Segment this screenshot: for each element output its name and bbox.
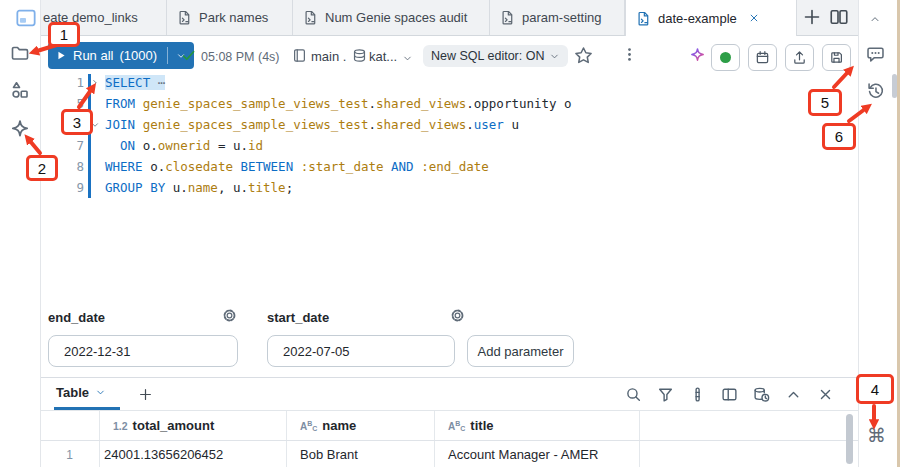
split-view-button[interactable]	[829, 7, 849, 27]
comments-icon[interactable]	[866, 45, 885, 64]
version-history-icon[interactable]	[866, 81, 885, 100]
start_date-input[interactable]	[267, 335, 455, 367]
connection-status-button[interactable]	[711, 44, 740, 71]
table-view-chevron-icon	[95, 387, 106, 398]
code-text: JOIN genie_spaces_sample_views_test.shar…	[105, 114, 519, 135]
results-header: Table	[40, 377, 858, 411]
code-text: GROUP BY u.name, u.title;	[105, 177, 293, 198]
annotation-box-3: 3	[61, 109, 93, 135]
schedule-button[interactable]	[748, 44, 777, 71]
new-sql-editor-toggle[interactable]: New SQL editor: ON	[423, 45, 568, 67]
param-start_date-settings-gear-icon[interactable]	[450, 308, 465, 323]
code-text: FROM genie_spaces_sample_views_test.shar…	[105, 93, 572, 114]
cell-total_amount: 24001.13656206452	[100, 441, 287, 467]
favorite-star-icon[interactable]	[574, 46, 593, 65]
param-end_date-settings-gear-icon[interactable]	[222, 308, 237, 323]
chevron-down-icon	[90, 78, 100, 88]
run-row-limit: (1000)	[119, 48, 157, 63]
code-line-1[interactable]: 1SELECT ⋯	[40, 72, 858, 93]
tab-label: date-example	[658, 11, 737, 26]
code-editor[interactable]: 1SELECT ⋯5FROM genie_spaces_sample_views…	[40, 72, 858, 300]
tab-date-example[interactable]: date-example	[625, 0, 797, 36]
results-toolbar	[625, 386, 834, 403]
panel-icon[interactable]	[721, 386, 738, 403]
close-x-icon[interactable]	[817, 386, 834, 403]
results-table: 1.2total_amountABCnameABCtitle124001.136…	[40, 411, 858, 467]
assistant-sparkle-icon	[689, 47, 706, 64]
keyboard-shortcuts-icon[interactable]: ⌘	[867, 426, 886, 445]
calendar-icon	[755, 50, 770, 65]
tab-param-setting[interactable]: param-setting	[490, 0, 625, 35]
column-name: total_amount	[133, 418, 215, 433]
code-line-9[interactable]: 9GROUP BY u.name, u.title;	[40, 177, 858, 198]
annotation-box-2: 2	[26, 155, 58, 181]
cell-title: Account Manager - AMER	[435, 441, 640, 467]
upload-icon	[792, 50, 807, 65]
assistant-icon[interactable]	[9, 119, 31, 141]
code-line-6[interactable]: 6JOIN genie_spaces_sample_views_test.sha…	[40, 114, 858, 135]
annotation-box-4: 4	[856, 374, 894, 404]
code-text: SELECT ⋯	[105, 72, 165, 93]
new-tab-button[interactable]	[802, 7, 822, 27]
table-scrollbar[interactable]	[846, 414, 853, 464]
save-button[interactable]	[822, 44, 851, 71]
last-run-time: 05:08 PM (4s)	[201, 50, 280, 64]
sql-editor-app: eate demo_linksPark namesNum Genie space…	[0, 0, 900, 467]
column-header-title[interactable]: ABCtitle	[435, 411, 640, 440]
tab-label: param-setting	[522, 10, 601, 25]
code-line-5[interactable]: 5FROM genie_spaces_sample_views_test.sha…	[40, 93, 858, 114]
annotation-box-5: 5	[808, 89, 842, 116]
tab-close-icon[interactable]	[748, 12, 760, 24]
save-icon	[829, 50, 844, 65]
line-number: 1	[40, 72, 84, 93]
catalog-name[interactable]: main .	[311, 49, 346, 64]
tab-num-genie-spaces-audit[interactable]: Num Genie spaces audit	[293, 0, 490, 35]
run-all-label: Run all	[73, 48, 113, 63]
kebab-menu-icon[interactable]	[621, 46, 638, 63]
row-number-header	[40, 411, 100, 440]
line-number: 7	[40, 135, 84, 156]
annotation-box-6: 6	[822, 123, 856, 150]
string-type-icon: ABC	[300, 418, 317, 433]
parameters-section: Add parameter end_datestart_date	[40, 300, 858, 377]
tab-park-names[interactable]: Park names	[167, 0, 293, 35]
tab-label: Park names	[199, 10, 268, 25]
table-row[interactable]: 124001.13656206452Bob BrantAccount Manag…	[40, 441, 858, 467]
tab-strip: eate demo_linksPark namesNum Genie space…	[40, 0, 858, 35]
code-line-7[interactable]: 7 ON o.ownerid = u.id	[40, 135, 858, 156]
context-chevron-icon[interactable]	[402, 53, 413, 64]
column-name: title	[470, 418, 493, 433]
column-header-total_amount[interactable]: 1.2total_amount	[100, 411, 287, 440]
tab-label: Num Genie spaces audit	[325, 10, 467, 25]
sql-file-icon	[500, 10, 515, 25]
table-view-tab[interactable]: Table	[56, 385, 106, 400]
column-header-name[interactable]: ABCname	[287, 411, 435, 440]
cached-data-icon[interactable]	[753, 386, 770, 403]
end_date-input[interactable]	[48, 335, 238, 367]
active-view-underline	[54, 407, 120, 410]
share-button[interactable]	[785, 44, 814, 71]
chevron-up-icon[interactable]	[785, 386, 802, 403]
editor-focus-bar	[88, 74, 91, 198]
run-success-check-icon	[181, 48, 196, 63]
row-number: 1	[40, 441, 100, 467]
sql-editor-panel-icon[interactable]	[15, 7, 37, 29]
annotation-box-1: 1	[48, 22, 80, 47]
row-height-icon[interactable]	[689, 386, 706, 403]
collapse-toolbar-icon[interactable]	[868, 13, 882, 25]
add-parameter-button[interactable]: Add parameter	[467, 335, 574, 367]
code-line-8[interactable]: 8WHERE o.closedate BETWEEN :start_date A…	[40, 156, 858, 177]
schema-name[interactable]: kat...	[369, 49, 397, 64]
search-icon[interactable]	[625, 386, 642, 403]
catalog-objects-icon[interactable]	[10, 80, 30, 100]
workspace-folder-icon[interactable]	[10, 43, 30, 63]
string-type-icon: ABC	[448, 418, 465, 433]
sql-file-icon	[636, 11, 651, 26]
play-icon	[56, 50, 67, 61]
filter-icon[interactable]	[657, 386, 674, 403]
new-sql-editor-label: New SQL editor: ON	[431, 49, 544, 63]
tab-bar: eate demo_linksPark namesNum Genie space…	[40, 0, 858, 36]
code-text: ON o.ownerid = u.id	[105, 135, 263, 156]
add-visualization-button[interactable]	[138, 387, 153, 402]
row-filler	[640, 441, 858, 467]
